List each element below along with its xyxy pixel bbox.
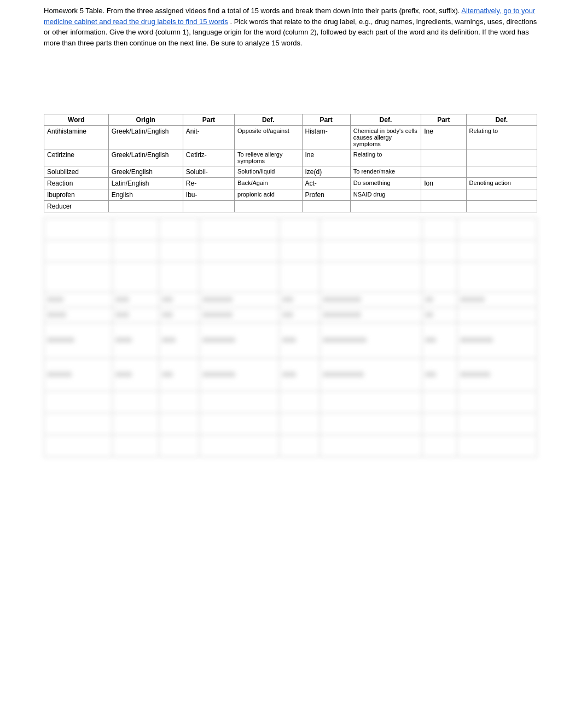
page: Homework 5 Table. From the three assigne… xyxy=(0,0,581,479)
blurred-section xyxy=(44,218,537,457)
blurred-row xyxy=(44,292,537,308)
blurred-row xyxy=(44,391,537,413)
blurred-row xyxy=(44,359,537,391)
blurred-row xyxy=(44,323,537,359)
spacer xyxy=(44,59,537,114)
blurred-row xyxy=(44,262,537,292)
table-row: AntihistamineGreek/Latin/EnglishAnit-Opp… xyxy=(44,126,537,149)
header-part1: Part xyxy=(183,114,234,126)
instructions-part1: Homework 5 Table. From the three assigne… xyxy=(44,7,460,15)
header-def2: Def. xyxy=(350,114,421,126)
header-def3: Def. xyxy=(466,114,537,126)
blurred-table xyxy=(44,218,537,457)
instructions-text: Homework 5 Table. From the three assigne… xyxy=(44,5,537,48)
blurred-row xyxy=(44,240,537,262)
table-row: CetirizineGreek/Latin/EnglishCetiriz-To … xyxy=(44,149,537,166)
table-row: IbuprofenEnglishIbu-propionic acidProfen… xyxy=(44,189,537,201)
main-table: Word Origin Part Def. Part Def. Part Def… xyxy=(44,114,537,212)
header-part3: Part xyxy=(421,114,466,126)
table-row: Reducer xyxy=(44,201,537,212)
blurred-row xyxy=(44,218,537,240)
table-row: SolubilizedGreek/EnglishSolubil-Solution… xyxy=(44,166,537,178)
blurred-row xyxy=(44,413,537,435)
table-header-row: Word Origin Part Def. Part Def. Part Def… xyxy=(44,114,537,126)
header-def1: Def. xyxy=(234,114,302,126)
blurred-row xyxy=(44,435,537,457)
blurred-row xyxy=(44,308,537,323)
header-origin: Origin xyxy=(108,114,183,126)
table-row: ReactionLatin/EnglishRe-Back/AgainAct-Do… xyxy=(44,178,537,189)
header-word: Word xyxy=(44,114,109,126)
header-part2: Part xyxy=(302,114,350,126)
